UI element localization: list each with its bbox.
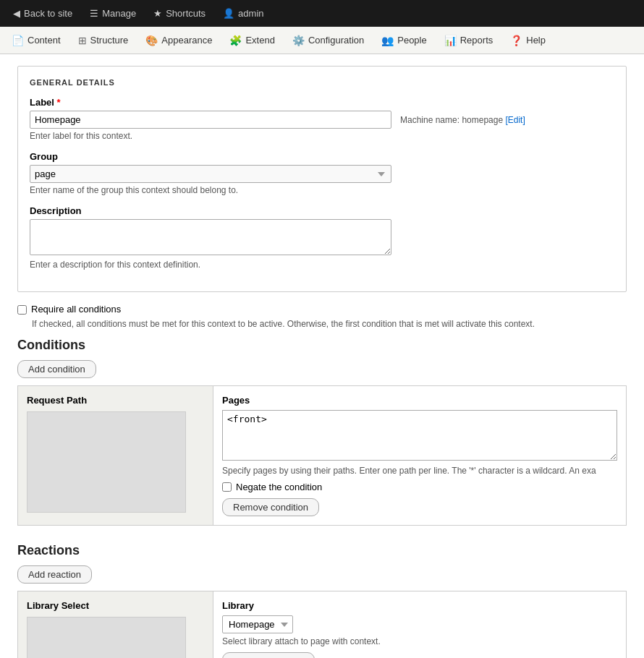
negate-checkbox[interactable] [222,482,232,492]
condition-left-panel: Request Path [18,386,213,525]
admin-link[interactable]: 👤 admin [216,5,271,22]
label-hint: Enter label for this context. [30,131,614,141]
condition-block: Request Path Pages <front> Specify pages… [17,385,627,526]
require-conditions-hint: If checked, all conditions must be met f… [32,319,627,329]
label-field-label: Label * [30,97,614,108]
machine-name-edit-link[interactable]: [Edit] [505,115,525,125]
menu-item-help[interactable]: ❓ Help [501,30,554,51]
help-icon: ❓ [510,35,522,46]
menu-item-reports[interactable]: 📊 Reports [436,30,502,51]
main-content: GENERAL DETAILS Label * Machine name: ho… [0,54,644,658]
general-details-section: GENERAL DETAILS Label * Machine name: ho… [17,66,627,292]
arrow-left-icon: ◀ [13,8,20,19]
top-navigation: ◀ Back to site ☰ Manage ★ Shortcuts 👤 ad… [0,0,644,27]
manage-link[interactable]: ☰ Manage [82,5,143,22]
structure-icon: ⊞ [78,35,87,46]
require-conditions-row: Require all conditions [17,304,627,315]
menu-item-appearance[interactable]: 🎨 Appearance [137,30,221,51]
menu-icon: ☰ [90,8,98,19]
group-hint: Enter name of the group this context sho… [30,185,614,195]
reaction-left-title: Library Select [27,600,204,611]
group-field-label: Group [30,151,614,162]
reaction-left-panel: Library Select [18,591,213,658]
shortcuts-link[interactable]: ★ Shortcuts [146,5,213,22]
group-select[interactable]: page [30,165,391,183]
reaction-right-panel: Library Homepage Select library attach t… [213,591,626,658]
menu-bar: 📄 Content ⊞ Structure 🎨 Appearance 🧩 Ext… [0,27,644,54]
label-form-group: Label * Machine name: homepage [Edit] En… [30,97,614,141]
condition-left-title: Request Path [27,395,204,406]
conditions-heading: Conditions [17,338,627,353]
back-to-site-link[interactable]: ◀ Back to site [6,5,80,22]
reaction-library-select[interactable]: Homepage [222,615,293,633]
menu-item-content[interactable]: 📄 Content [3,30,69,51]
condition-pages-textarea[interactable]: <front> [222,410,617,461]
reactions-section: Reactions Add reaction Library Select Li… [17,543,627,658]
description-field-label: Description [30,205,614,216]
label-input-row: Machine name: homepage [Edit] [30,111,614,129]
add-reaction-button[interactable]: Add reaction [17,565,92,584]
conditions-section: Conditions Add condition Request Path Pa… [17,338,627,526]
menu-item-structure[interactable]: ⊞ Structure [69,30,137,51]
menu-item-extend[interactable]: 🧩 Extend [221,30,283,51]
condition-right-panel: Pages <front> Specify pages by using the… [213,386,626,525]
machine-name-text: Machine name: homepage [Edit] [400,115,525,125]
condition-thumbnail [27,411,186,513]
condition-hint: Specify pages by using their paths. Ente… [222,466,617,476]
required-indicator: * [57,97,61,108]
add-condition-button[interactable]: Add condition [17,360,96,378]
negate-label: Negate the condition [236,482,322,492]
reaction-thumbnail [27,617,186,658]
reactions-heading: Reactions [17,543,627,558]
negate-row: Negate the condition [222,482,617,492]
require-all-label: Require all conditions [31,304,121,315]
description-textarea[interactable] [30,219,391,255]
reports-icon: 📊 [444,35,457,46]
menu-item-configuration[interactable]: ⚙️ Configuration [284,30,373,51]
require-all-checkbox[interactable] [17,305,27,315]
people-icon: 👥 [381,35,394,46]
configuration-icon: ⚙️ [292,35,305,46]
general-details-title: GENERAL DETAILS [30,78,614,87]
remove-reaction-button[interactable]: Remove reaction [222,652,315,658]
appearance-icon: 🎨 [145,35,158,46]
description-form-group: Description Enter a description for this… [30,205,614,270]
user-icon: 👤 [223,8,234,19]
remove-condition-button[interactable]: Remove condition [222,498,319,516]
reaction-block: Library Select Library Homepage Select l… [17,591,627,658]
star-icon: ★ [153,8,162,19]
reaction-hint: Select library attach to page with conte… [222,636,617,646]
description-hint: Enter a description for this context def… [30,260,614,270]
reaction-library-label: Library [222,600,617,611]
extend-icon: 🧩 [229,35,242,46]
content-icon: 📄 [12,35,24,46]
label-input[interactable] [30,111,391,129]
group-form-group: Group page Enter name of the group this … [30,151,614,195]
condition-pages-label: Pages [222,395,617,406]
menu-item-people[interactable]: 👥 People [373,30,435,51]
